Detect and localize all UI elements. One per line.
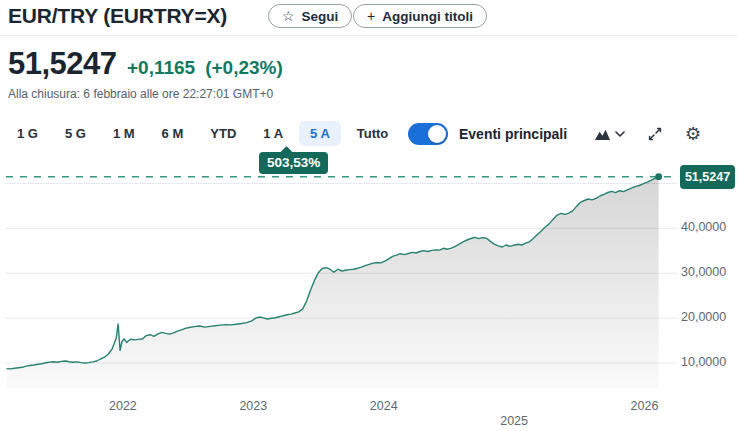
- add-to-watchlist-button[interactable]: + Aggiungi titoli: [353, 4, 487, 28]
- current-price-badge: 51,5247: [680, 165, 735, 189]
- chart-type-button[interactable]: [594, 127, 625, 141]
- range-performance-badge: 503,53%: [259, 152, 328, 174]
- header-divider: [0, 35, 737, 36]
- fullscreen-button[interactable]: [647, 126, 663, 142]
- price-chart-canvas[interactable]: [0, 160, 737, 410]
- x-axis-label: 2024: [370, 399, 398, 413]
- range-selector: 1 G5 G1 M6 MYTD1 A5 ATutto: [6, 121, 399, 146]
- range-button-1g[interactable]: 1 G: [6, 121, 49, 146]
- plus-icon: +: [367, 9, 375, 23]
- price-change-group: +0,1165 (+0,23%): [127, 57, 283, 79]
- x-axis-label: 2025: [500, 414, 528, 428]
- follow-button-label: Segui: [302, 9, 339, 24]
- settings-button[interactable]: ⚙: [685, 125, 701, 143]
- add-button-label: Aggiungi titoli: [382, 9, 473, 24]
- expand-icon: [647, 126, 663, 142]
- current-price: 51,5247: [8, 46, 117, 82]
- page-title: EUR/TRY (EURTRY=X): [8, 4, 227, 28]
- quote-page: EUR/TRY (EURTRY=X) ☆ Segui + Aggiungi ti…: [0, 0, 737, 431]
- y-axis-label: 40,0000: [681, 220, 726, 234]
- x-axis-label: 2022: [109, 399, 137, 413]
- range-button-5g[interactable]: 5 G: [54, 121, 97, 146]
- area-chart-icon: [594, 127, 611, 141]
- y-axis-label: 30,0000: [681, 265, 726, 279]
- toggle-knob: [428, 125, 446, 143]
- chevron-down-icon: [615, 131, 625, 137]
- events-toggle[interactable]: [408, 123, 448, 145]
- price-change-percent: (+0,23%): [205, 57, 283, 79]
- follow-button[interactable]: ☆ Segui: [268, 4, 352, 28]
- events-toggle-label: Eventi principali: [459, 126, 567, 142]
- price-chart[interactable]: 10,000020,000030,000040,000050,000020222…: [0, 160, 737, 410]
- star-icon: ☆: [282, 9, 295, 23]
- gear-icon: ⚙: [685, 125, 701, 143]
- range-button-1m[interactable]: 1 M: [102, 121, 146, 146]
- price-change: +0,1165: [127, 57, 195, 79]
- range-button-tutto[interactable]: Tutto: [346, 121, 400, 146]
- market-close-note: Alla chiusura: 6 febbraio alle ore 22:27…: [8, 87, 273, 101]
- y-axis-label: 10,0000: [681, 355, 726, 369]
- range-button-1a[interactable]: 1 A: [252, 121, 294, 146]
- range-button-ytd[interactable]: YTD: [199, 121, 247, 146]
- chart-controls: ⚙: [594, 125, 701, 143]
- range-button-5a[interactable]: 5 A: [299, 121, 341, 146]
- range-button-6m[interactable]: 6 M: [151, 121, 195, 146]
- events-toggle-group: Eventi principali: [408, 123, 567, 145]
- y-axis-label: 20,0000: [681, 310, 726, 324]
- range-performance-value: 503,53%: [267, 155, 320, 170]
- x-axis-label: 2026: [631, 399, 659, 413]
- x-axis-label: 2023: [239, 399, 267, 413]
